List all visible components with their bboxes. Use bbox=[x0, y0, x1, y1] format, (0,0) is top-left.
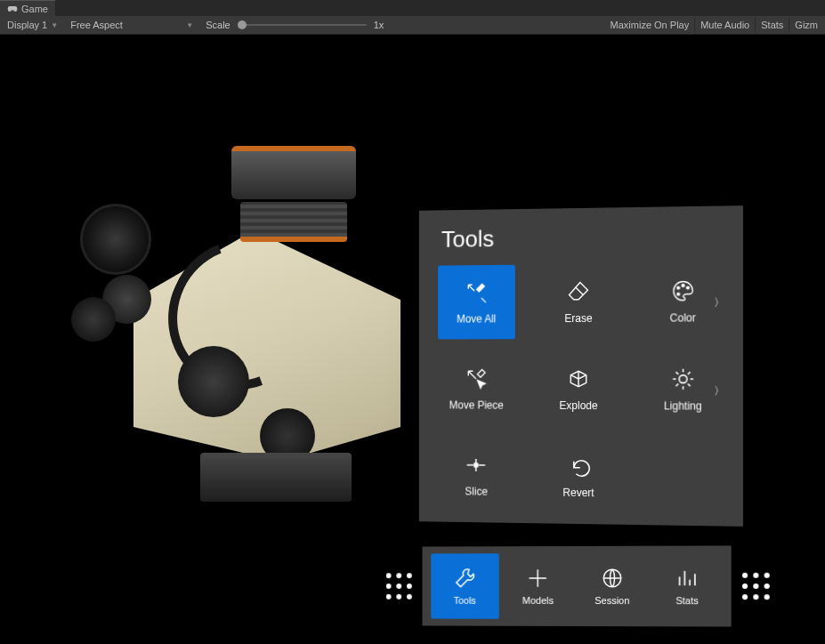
dock-label: Stats bbox=[675, 595, 698, 606]
tool-label: Revert bbox=[562, 487, 594, 499]
dock-session[interactable]: Session bbox=[578, 553, 647, 619]
unity-top-bar: Game Display 1 ▼ Free Aspect ▼ Scale 1x … bbox=[0, 0, 825, 35]
aspect-value: Free Aspect bbox=[70, 20, 123, 30]
stats-button[interactable]: Stats bbox=[755, 17, 789, 33]
tools-icon bbox=[453, 567, 475, 590]
dock-tools[interactable]: Tools bbox=[431, 553, 498, 619]
dock-wrapper: Tools Models Session Stats bbox=[386, 545, 770, 626]
color-icon bbox=[669, 278, 696, 305]
move-all-icon bbox=[464, 279, 489, 306]
dock-grip-left[interactable] bbox=[386, 573, 412, 600]
game-viewport[interactable]: Tools Move All Erase Color 〉 bbox=[0, 35, 825, 644]
tool-explode[interactable]: Explode bbox=[539, 351, 618, 426]
aspect-dropdown[interactable]: Free Aspect ▼ bbox=[65, 17, 198, 33]
dock-stats[interactable]: Stats bbox=[652, 553, 723, 620]
tools-panel: Tools Move All Erase Color 〉 bbox=[419, 205, 743, 527]
erase-icon bbox=[565, 278, 592, 305]
lighting-icon bbox=[669, 366, 696, 392]
tool-move-piece[interactable]: Move Piece bbox=[438, 351, 514, 425]
svg-point-4 bbox=[679, 375, 687, 383]
chevron-right-icon: 〉 bbox=[714, 295, 724, 310]
svg-point-0 bbox=[677, 286, 680, 289]
tool-label: Move All bbox=[457, 312, 496, 325]
tab-label: Game bbox=[21, 4, 48, 14]
panel-grid: Move All Erase Color 〉 Move Piece bbox=[429, 262, 732, 515]
tool-label: Color bbox=[670, 311, 696, 324]
dock-label: Session bbox=[594, 595, 629, 606]
chevron-right-icon: 〉 bbox=[714, 383, 724, 398]
tool-label: Explode bbox=[559, 399, 597, 412]
caret-icon: ▼ bbox=[186, 21, 193, 29]
toolbar-row: Display 1 ▼ Free Aspect ▼ Scale 1x Maxim… bbox=[0, 16, 825, 34]
svg-point-2 bbox=[686, 286, 689, 289]
engine-pulley bbox=[71, 297, 116, 342]
panel-title: Tools bbox=[441, 222, 732, 254]
tab-row: Game bbox=[0, 0, 825, 16]
tool-label: Slice bbox=[465, 485, 487, 497]
revert-icon bbox=[565, 453, 592, 479]
tool-revert[interactable]: Revert bbox=[539, 439, 618, 514]
svg-point-1 bbox=[682, 285, 684, 287]
scale-control: Scale 1x bbox=[200, 20, 389, 30]
tool-label: Erase bbox=[564, 312, 592, 325]
engine-intake bbox=[240, 202, 347, 242]
mute-button[interactable]: Mute Audio bbox=[694, 17, 755, 33]
display-dropdown[interactable]: Display 1 ▼ bbox=[2, 17, 63, 33]
dock: Tools Models Session Stats bbox=[423, 545, 732, 626]
caret-icon: ▼ bbox=[51, 21, 58, 29]
tool-label: Move Piece bbox=[449, 399, 504, 412]
scale-label: Scale bbox=[206, 20, 231, 30]
svg-point-3 bbox=[677, 293, 680, 295]
engine-cover bbox=[231, 146, 356, 199]
toolbar-right: Maximize On Play Mute Audio Stats Gizm bbox=[605, 17, 823, 33]
tool-label: Lighting bbox=[664, 399, 702, 412]
engine-oil-pan bbox=[200, 453, 352, 502]
game-tab[interactable]: Game bbox=[0, 0, 56, 16]
dock-label: Tools bbox=[454, 595, 476, 606]
models-icon bbox=[527, 567, 550, 590]
gamepad-icon bbox=[7, 5, 18, 12]
tool-lighting[interactable]: Lighting 〉 bbox=[643, 351, 723, 427]
display-value: Display 1 bbox=[7, 20, 47, 30]
session-icon bbox=[601, 567, 624, 590]
tool-move-all[interactable]: Move All bbox=[438, 265, 514, 340]
svg-rect-5 bbox=[474, 463, 479, 467]
stats-icon bbox=[675, 567, 699, 590]
dock-label: Models bbox=[522, 595, 554, 606]
tool-erase[interactable]: Erase bbox=[539, 264, 618, 340]
dock-models[interactable]: Models bbox=[504, 553, 572, 619]
explode-icon bbox=[565, 366, 592, 392]
dock-grip-right[interactable] bbox=[742, 573, 770, 600]
gizmos-button[interactable]: Gizm bbox=[789, 17, 823, 33]
slice-icon bbox=[464, 452, 489, 479]
move-piece-icon bbox=[464, 366, 489, 392]
engine-pulley bbox=[178, 346, 249, 417]
engine-pulley bbox=[80, 204, 151, 275]
engine-model bbox=[71, 141, 427, 506]
tool-slice[interactable]: Slice bbox=[438, 438, 514, 512]
scale-value: 1x bbox=[374, 20, 384, 30]
maximize-button[interactable]: Maximize On Play bbox=[605, 17, 695, 33]
slider-thumb[interactable] bbox=[238, 20, 247, 29]
scale-slider[interactable] bbox=[238, 24, 367, 26]
tool-color[interactable]: Color 〉 bbox=[643, 262, 723, 338]
